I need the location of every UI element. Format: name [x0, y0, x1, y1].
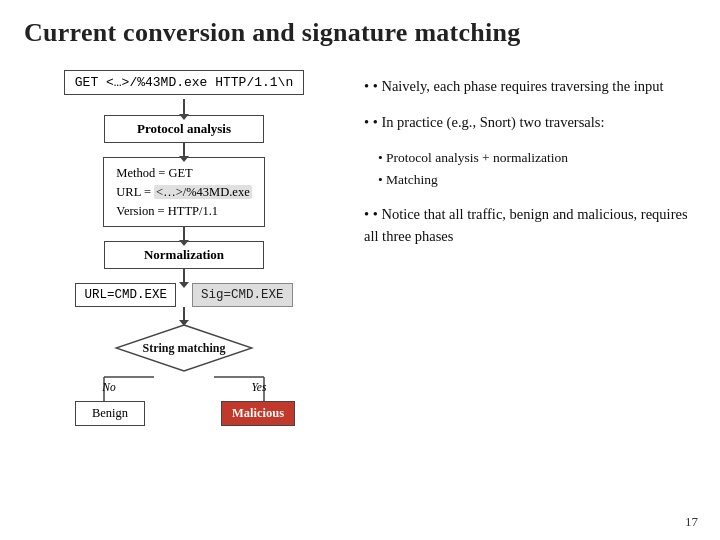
- string-matching-diamond: String matching: [114, 323, 254, 373]
- arrowhead-2: [179, 156, 189, 162]
- sub-bullet-2-2: Matching: [378, 170, 696, 190]
- bullets-column: • Naively, each phase requires traversin…: [354, 66, 696, 530]
- bullet-1: • Naively, each phase requires traversin…: [364, 76, 696, 98]
- malicious-box: Malicious: [221, 401, 295, 426]
- arrow-5: [183, 307, 185, 321]
- arrowhead-5: [179, 320, 189, 326]
- url-value: <…>/%43MD.exe: [154, 185, 252, 199]
- svg-text:String matching: String matching: [142, 341, 225, 355]
- url-cmd-box: URL=CMD.EXE: [75, 283, 176, 307]
- page-number: 17: [685, 514, 698, 530]
- arrow-1: [183, 99, 185, 115]
- arrow-4: [183, 269, 185, 283]
- content-row: GET <…>/%43MD.exe HTTP/1.1\n Protocol an…: [24, 66, 696, 530]
- arrow-2: [183, 143, 185, 157]
- no-label: No: [102, 381, 115, 393]
- sub-bullet-2-1: Protocol analysis + normalization: [378, 148, 696, 168]
- diagram: GET <…>/%43MD.exe HTTP/1.1\n Protocol an…: [24, 70, 344, 426]
- arrowhead-4: [179, 282, 189, 288]
- no-branch: No Benign: [64, 375, 184, 426]
- slide: Current conversion and signature matchin…: [0, 0, 720, 540]
- arrowhead-1: [179, 114, 189, 120]
- diagram-column: GET <…>/%43MD.exe HTTP/1.1\n Protocol an…: [24, 66, 344, 530]
- url-line: URL = <…>/%43MD.exe: [116, 183, 251, 202]
- diamond-svg: String matching: [114, 323, 254, 373]
- branch-row: No Benign Yes Malicious: [44, 375, 324, 426]
- arrowhead-3: [179, 240, 189, 246]
- benign-box: Benign: [75, 401, 145, 426]
- bullet-2: • In practice (e.g., Snort) two traversa…: [364, 112, 696, 134]
- sig-cmd-box: Sig=CMD.EXE: [192, 283, 293, 307]
- input-box: GET <…>/%43MD.exe HTTP/1.1\n: [64, 70, 304, 95]
- method-line: Method = GET: [116, 164, 251, 183]
- yes-branch: Yes Malicious: [184, 375, 304, 426]
- bullet-3: • Notice that all traffic, benign and ma…: [364, 204, 696, 248]
- version-line: Version = HTTP/1.1: [116, 202, 251, 221]
- arrow-3: [183, 227, 185, 241]
- yes-label: Yes: [252, 381, 267, 393]
- sub-bullets-2: Protocol analysis + normalization Matchi…: [378, 148, 696, 191]
- parsed-fields-box: Method = GET URL = <…>/%43MD.exe Version…: [103, 157, 264, 227]
- page-title: Current conversion and signature matchin…: [24, 18, 696, 48]
